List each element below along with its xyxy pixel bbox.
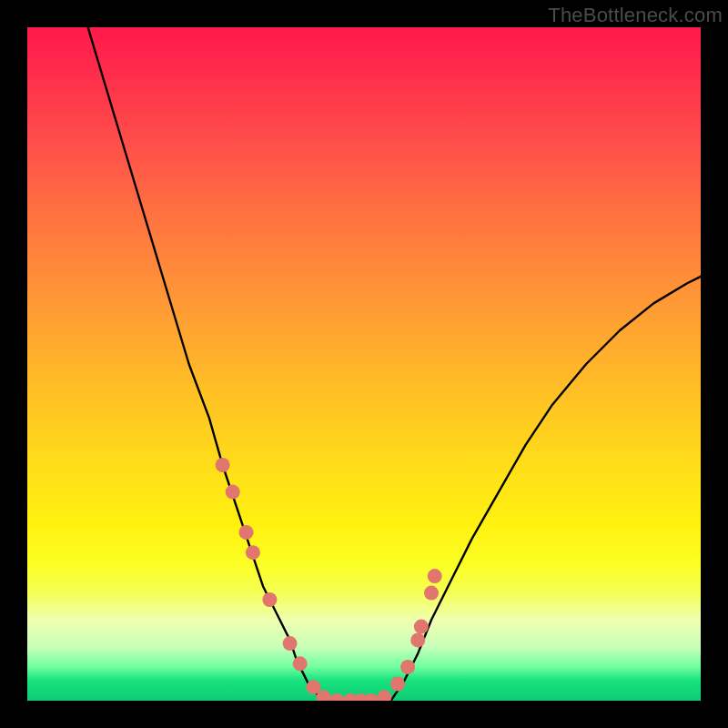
curve-marker [293,656,308,671]
watermark-label: TheBottleneck.com [548,4,723,27]
curve-markers [216,458,442,701]
curve-marker [246,545,260,560]
curve-marker [239,525,254,540]
curve-marker [377,690,391,701]
curve-marker [262,592,277,607]
chart-frame: TheBottleneck.com [0,0,728,728]
curve-layer [27,27,701,701]
curve-marker [329,693,344,701]
curve-marker [216,458,230,472]
curve-marker [283,636,298,651]
plot-area [27,27,701,701]
curve-marker [400,660,415,674]
bottleneck-curve [88,27,701,701]
curve-marker [390,677,405,692]
curve-marker [363,693,378,701]
curve-marker [428,569,442,583]
curve-marker [414,620,429,634]
curve-marker [424,586,439,601]
curve-marker [226,485,240,500]
curve-marker [410,632,425,647]
